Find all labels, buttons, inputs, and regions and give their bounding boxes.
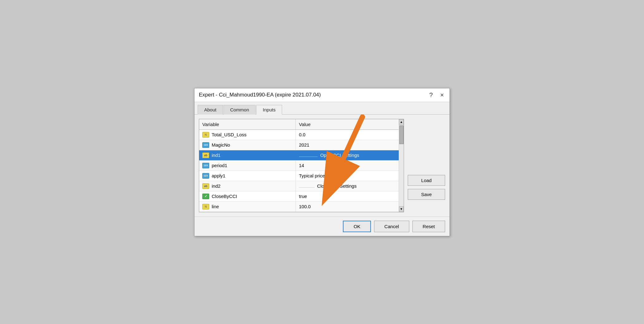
table-row[interactable]: 123 apply1 Typical price — [199, 171, 399, 181]
cell-value[interactable]: 0.0 — [296, 130, 399, 139]
column-header-value: Value — [296, 119, 399, 129]
cancel-button[interactable]: Cancel — [374, 221, 409, 232]
title-bar: Expert - Cci_Mahmoud1990-EA (expire 2021… — [195, 88, 449, 102]
close-cci-label: Close CCI Settings — [317, 183, 357, 189]
value-underline — [299, 187, 315, 188]
load-button[interactable]: Load — [408, 175, 445, 186]
reset-button[interactable]: Reset — [412, 221, 445, 232]
footer: OK Cancel Reset — [195, 217, 449, 236]
scroll-down-button[interactable]: ▼ — [399, 206, 404, 212]
tab-bar: About Common Inputs — [195, 102, 449, 115]
save-button[interactable]: Save — [408, 189, 445, 200]
cell-variable: 123 MagicNo — [199, 140, 296, 150]
table-row[interactable]: 123 MagicNo 2021 — [199, 140, 399, 150]
tab-inputs[interactable]: Inputs — [256, 105, 282, 115]
variable-name: ind1 — [212, 153, 220, 158]
ok-button[interactable]: OK — [343, 221, 371, 232]
table-row[interactable]: ✓ CloseByCCI true — [199, 191, 399, 202]
dialog-title: Expert - Cci_Mahmoud1990-EA (expire 2021… — [199, 92, 321, 98]
close-button[interactable]: × — [439, 92, 445, 99]
table-row[interactable]: ½ line 100.0 — [199, 202, 399, 212]
cell-variable: 123 period1 — [199, 161, 296, 171]
variable-name: period1 — [212, 163, 227, 168]
table-row-selected[interactable]: ab ind1 Open CCI Settings — [199, 150, 399, 161]
cell-value[interactable]: Typical price — [296, 171, 399, 181]
cell-variable: ab ind2 — [199, 181, 296, 191]
scroll-up-button[interactable]: ▲ — [399, 119, 404, 125]
column-header-variable: Variable — [199, 119, 296, 129]
cell-variable: ✓ CloseByCCI — [199, 191, 296, 201]
variable-name: ind2 — [212, 183, 220, 189]
title-controls: ? × — [428, 92, 445, 99]
cell-value[interactable]: 2021 — [296, 140, 399, 150]
variable-name: line — [212, 204, 219, 209]
table-header: Variable Value — [199, 119, 399, 130]
inputs-table: Variable Value ½ Total_USD_Loss 0.0 — [199, 119, 404, 212]
cell-value[interactable]: 100.0 — [296, 202, 399, 211]
table-row[interactable]: ½ Total_USD_Loss 0.0 — [199, 130, 399, 140]
help-button[interactable]: ? — [428, 92, 434, 99]
cell-variable: ½ Total_USD_Loss — [199, 130, 296, 140]
scroll-thumb[interactable] — [399, 125, 404, 144]
icon-ab: ab — [202, 183, 209, 189]
cell-value[interactable]: true — [296, 191, 399, 201]
vertical-scrollbar[interactable]: ▲ ▼ — [399, 119, 404, 212]
variable-name: MagicNo — [212, 142, 230, 148]
icon-ab: ab — [202, 153, 209, 158]
table-row[interactable]: ab ind2 Close CCI Settings — [199, 181, 399, 191]
cell-variable: ab ind1 — [199, 150, 296, 160]
cell-variable: ½ line — [199, 202, 296, 212]
variable-name: apply1 — [212, 173, 225, 178]
icon-123: 123 — [202, 142, 209, 148]
cell-value[interactable]: Open CCI Settings — [296, 150, 399, 160]
cell-value[interactable]: Close CCI Settings — [296, 181, 399, 191]
table-row[interactable]: 123 period1 14 — [199, 161, 399, 171]
cell-value[interactable]: 14 — [296, 161, 399, 170]
variable-name: CloseByCCI — [212, 194, 237, 199]
content-area: Variable Value ½ Total_USD_Loss 0.0 — [195, 115, 449, 217]
variable-name: Total_USD_Loss — [212, 132, 247, 137]
tab-common[interactable]: Common — [223, 105, 256, 115]
cell-variable: 123 apply1 — [199, 171, 296, 181]
table-main: Variable Value ½ Total_USD_Loss 0.0 — [199, 119, 399, 212]
icon-123: 123 — [202, 163, 209, 168]
tab-about[interactable]: About — [198, 105, 223, 115]
icon-123: 123 — [202, 173, 209, 179]
side-buttons: Load Save — [408, 119, 445, 200]
icon-v2: ½ — [202, 132, 209, 138]
icon-v2: ½ — [202, 204, 209, 209]
icon-check: ✓ — [202, 194, 209, 199]
dialog: Expert - Cci_Mahmoud1990-EA (expire 2021… — [194, 88, 450, 236]
value-underline — [299, 157, 318, 157]
table-with-scrollbar: Variable Value ½ Total_USD_Loss 0.0 — [199, 119, 404, 212]
open-cci-label: Open CCI Settings — [320, 153, 359, 158]
